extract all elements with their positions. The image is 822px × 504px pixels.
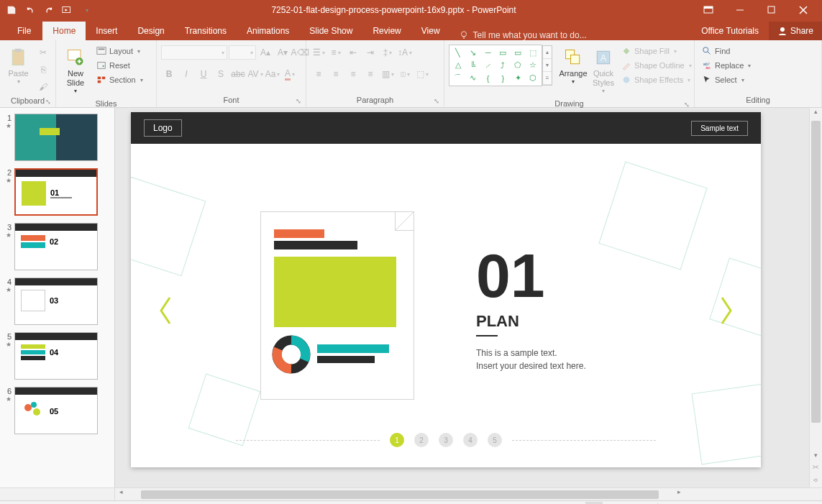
prev-arrow-icon[interactable] <box>157 295 174 326</box>
thumbnail-2[interactable]: 2★ 01 <box>3 168 111 216</box>
font-size-combo[interactable] <box>229 45 256 60</box>
dot-4[interactable]: 4 <box>463 433 478 447</box>
share-button[interactable]: Share <box>769 22 822 40</box>
close-icon[interactable] <box>787 0 819 20</box>
thumbnail-3[interactable]: 3★ 02 <box>3 223 111 270</box>
shapes-gallery[interactable]: ╲↘─▭▭⬚ △╚⟋⤴⬠☆ ⌒∿{}✦⬡ ▴▾≡ <box>449 45 542 86</box>
clear-formatting-icon[interactable]: A⌫ <box>292 45 308 60</box>
text-direction-icon[interactable]: ↕A <box>397 45 413 60</box>
tab-home[interactable]: Home <box>42 22 86 40</box>
vertical-scrollbar[interactable]: ▴ ▾ ⪥ ⪦ <box>809 108 822 487</box>
dot-3[interactable]: 3 <box>439 433 453 447</box>
save-icon[interactable] <box>3 1 20 19</box>
tab-transitions[interactable]: Transitions <box>175 22 237 40</box>
increase-font-icon[interactable]: A▴ <box>257 45 273 60</box>
shape-outline-button[interactable]: Shape Outline <box>618 59 695 72</box>
ribbon-display-options-icon[interactable] <box>693 0 724 20</box>
cursor-icon <box>702 75 712 85</box>
bullets-icon[interactable]: ☰ <box>311 45 326 60</box>
justify-icon[interactable]: ≡ <box>362 66 378 82</box>
increase-indent-icon[interactable]: ⇥ <box>362 45 378 60</box>
slide-thumbnails-pane[interactable]: 1★ 2★ 01 3★ 02 4★ 03 5★ 04 6★ 05 <box>0 108 115 487</box>
tell-me-label: Tell me what you want to do... <box>473 30 587 40</box>
reset-icon <box>96 60 106 70</box>
thumbnail-5[interactable]: 5★ 04 <box>3 332 111 380</box>
format-painter-icon[interactable]: 🖌 <box>35 79 51 95</box>
new-slide-button[interactable]: New Slide▾ <box>60 45 91 98</box>
dot-2[interactable]: 2 <box>414 433 429 447</box>
paste-button[interactable]: Paste▾ <box>4 45 32 88</box>
layout-button[interactable]: Layout <box>93 45 146 58</box>
quick-styles-button[interactable]: A Quick Styles▾ <box>591 45 616 98</box>
undo-icon[interactable] <box>22 1 39 19</box>
tab-design[interactable]: Design <box>127 22 174 40</box>
replace-button[interactable]: abacReplace <box>699 59 754 72</box>
thumbnail-1[interactable]: 1★ <box>3 114 111 161</box>
dot-5[interactable]: 5 <box>488 433 502 447</box>
thumbnail-4[interactable]: 4★ 03 <box>3 278 111 325</box>
slide-canvas[interactable]: Logo Sample text <box>115 108 822 487</box>
numbering-icon[interactable]: ≡ <box>328 45 344 60</box>
italic-icon[interactable]: I <box>178 66 194 82</box>
font-color-icon[interactable]: A <box>282 66 298 82</box>
tab-view[interactable]: View <box>411 22 450 40</box>
thumbnail-6[interactable]: 6★ 05 <box>3 387 111 434</box>
shape-line-icon[interactable]: ╲ <box>451 47 465 59</box>
columns-icon[interactable]: ▥ <box>380 66 396 82</box>
align-right-icon[interactable]: ≡ <box>345 66 361 82</box>
tab-insert[interactable]: Insert <box>86 22 127 40</box>
cut-icon[interactable]: ✂ <box>35 45 51 60</box>
tab-review[interactable]: Review <box>362 22 411 40</box>
dot-1[interactable]: 1 <box>390 433 404 447</box>
status-bar: Slide 2 of 9 Notes Comments − + 68% <box>0 500 822 504</box>
next-arrow-icon[interactable] <box>718 295 735 326</box>
shape-effects-button[interactable]: Shape Effects <box>618 73 695 86</box>
font-family-combo[interactable] <box>161 45 227 60</box>
tab-animations[interactable]: Animations <box>237 22 299 40</box>
underline-icon[interactable]: U <box>196 66 211 82</box>
align-text-icon[interactable]: ⎅ <box>397 66 413 82</box>
line-spacing-icon[interactable]: ‡ <box>380 45 396 60</box>
svg-rect-13 <box>98 77 101 80</box>
donut-chart-icon <box>271 334 311 375</box>
decrease-indent-icon[interactable]: ⇤ <box>345 45 361 60</box>
slide-content-text[interactable]: 01 PLAN This is a sample text. Insert yo… <box>476 244 586 372</box>
smartart-icon[interactable]: ⬚ <box>414 66 430 82</box>
change-case-icon[interactable]: Aa <box>265 66 280 82</box>
section-button[interactable]: Section <box>93 73 146 86</box>
office-tutorials-button[interactable]: Office Tutorials <box>693 22 767 40</box>
select-button[interactable]: Select <box>699 73 754 86</box>
arrange-button[interactable]: Arrange▾ <box>558 45 588 88</box>
share-label: Share <box>790 26 813 36</box>
align-center-icon[interactable]: ≡ <box>328 66 344 82</box>
svg-point-5 <box>780 27 785 32</box>
logo-placeholder[interactable]: Logo <box>144 119 182 137</box>
editing-group-label: Editing <box>699 94 817 106</box>
sample-text-placeholder[interactable]: Sample text <box>691 121 748 136</box>
title-underline <box>476 335 498 336</box>
redo-icon[interactable] <box>40 1 58 19</box>
svg-point-28 <box>285 348 298 361</box>
tab-slideshow[interactable]: Slide Show <box>299 22 362 40</box>
document-illustration[interactable] <box>260 211 414 400</box>
decrease-font-icon[interactable]: A▾ <box>275 45 291 60</box>
bold-icon[interactable]: B <box>161 66 177 82</box>
shadow-icon[interactable]: S <box>213 66 229 82</box>
strikethrough-icon[interactable]: abc <box>230 66 246 82</box>
tell-me-search[interactable]: Tell me what you want to do... <box>459 30 587 40</box>
char-spacing-icon[interactable]: AV <box>247 66 263 82</box>
qat-customize-icon[interactable] <box>78 1 95 19</box>
minimize-icon[interactable] <box>724 0 756 20</box>
shape-fill-button[interactable]: Shape Fill <box>618 45 695 58</box>
reset-button[interactable]: Reset <box>93 59 146 72</box>
horizontal-scrollbar[interactable]: ◂ ▸ <box>0 487 822 500</box>
maximize-icon[interactable] <box>756 0 787 20</box>
find-button[interactable]: Find <box>699 45 754 58</box>
align-left-icon[interactable]: ≡ <box>311 66 326 82</box>
pen-icon <box>621 60 631 70</box>
copy-icon[interactable]: ⎘ <box>35 62 51 78</box>
slide-title: PLAN <box>476 312 586 331</box>
tab-file[interactable]: File <box>6 22 42 40</box>
start-from-beginning-icon[interactable] <box>59 1 76 19</box>
current-slide[interactable]: Logo Sample text <box>131 112 761 467</box>
